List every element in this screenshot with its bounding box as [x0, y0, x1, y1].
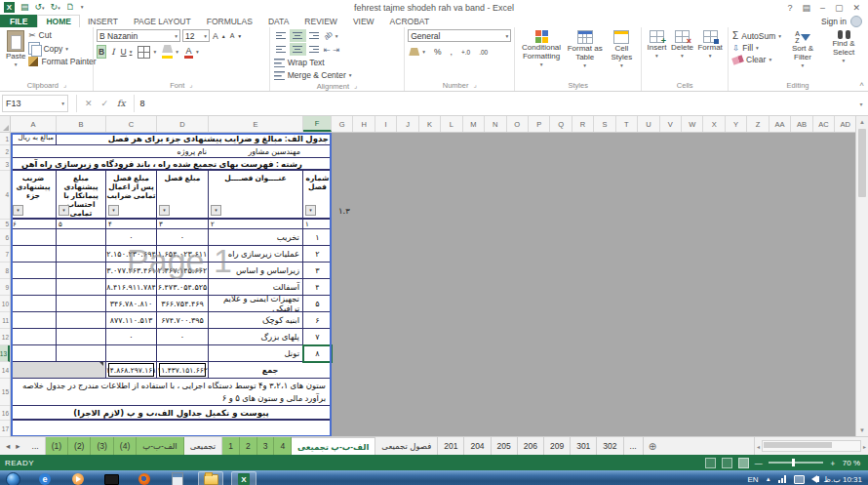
column-header-R[interactable]: R: [572, 116, 594, 132]
sheet-tab-13[interactable]: 201: [438, 437, 464, 455]
sheet-tab-15[interactable]: 205: [492, 437, 518, 455]
font-dialog-launcher[interactable]: ⌟: [189, 81, 192, 89]
cell-total-label[interactable]: جمع: [209, 362, 332, 379]
row-header-7[interactable]: 7: [0, 246, 10, 263]
filter-button-amount[interactable]: ▾: [159, 205, 170, 216]
cell-after-۱[interactable]: ۰: [106, 229, 157, 246]
page-break-preview-button[interactable]: [738, 458, 749, 468]
minimize-button[interactable]: –: [820, 3, 825, 13]
filter-button-title[interactable]: ▾: [211, 205, 221, 216]
cell-empty-row[interactable]: [11, 421, 332, 436]
column-header-I[interactable]: I: [375, 116, 397, 132]
cell-amount-۳[interactable]: ۲.۳۶۷.۱۴۵.۶۶۲: [157, 263, 209, 279]
cell-unit[interactable]: مبالغ به ریال: [11, 133, 57, 145]
cell-coef-۸[interactable]: [11, 345, 57, 362]
cell-coef-۳[interactable]: [11, 263, 57, 279]
sheet-tab-1[interactable]: (1): [46, 437, 68, 455]
column-header-D[interactable]: D: [157, 116, 209, 132]
cell-note1[interactable]: ستون های ۳،۲،۱ و۴ توسط دستگاه اجرایی ، ب…: [11, 379, 332, 406]
taskbar-media-player[interactable]: [65, 471, 91, 485]
column-header-C[interactable]: C: [106, 116, 157, 132]
cell-no-۵[interactable]: ۵: [303, 296, 332, 312]
taskbar-ie[interactable]: e: [32, 471, 58, 485]
cell-title-۶[interactable]: ابنیه کوچک: [209, 312, 303, 329]
sheet-tab-6[interactable]: تجمیعی: [184, 437, 223, 455]
clipboard-dialog-launcher[interactable]: ⌟: [63, 81, 66, 89]
taskbar-explorer[interactable]: [198, 471, 223, 485]
cell-no-۴[interactable]: ۴: [303, 279, 332, 296]
start-button[interactable]: [6, 472, 20, 485]
customize-qat-button[interactable]: ▾: [81, 2, 84, 13]
cell-amount-۷[interactable]: ۰: [157, 329, 209, 345]
sheet-nav-right-icon[interactable]: ▸: [16, 441, 20, 451]
cell-title-۷[interactable]: پلهای بزرگ: [209, 329, 303, 345]
row-header-13[interactable]: 13: [0, 345, 10, 362]
column-header-S[interactable]: S: [594, 116, 615, 132]
ribbon-tab-data[interactable]: DATA: [260, 15, 296, 27]
row-header-3[interactable]: 3: [0, 158, 10, 171]
col-number-2[interactable]: ۲: [209, 220, 303, 229]
hidden-icons-arrow[interactable]: ▲: [766, 476, 771, 482]
scroll-up-arrow[interactable]: ▲: [856, 116, 868, 128]
alignment-dialog-launcher[interactable]: ⌟: [354, 82, 357, 90]
row-header-10[interactable]: 10: [0, 296, 10, 312]
ribbon-tab-view[interactable]: VIEW: [345, 15, 382, 27]
ribbon-tab-file[interactable]: FILE: [0, 15, 37, 27]
horizontal-scroll-thumb[interactable]: [764, 442, 832, 448]
expand-formula-bar-button[interactable]: ▾: [854, 92, 868, 115]
cell-after-۴[interactable]: ۸.۴۱۶.۹۱۱.۷۸۴: [106, 279, 157, 296]
column-header-E[interactable]: E: [209, 116, 303, 132]
taskbar-firefox[interactable]: [132, 471, 157, 485]
cell-total-blank[interactable]: [11, 362, 106, 379]
format-painter-button[interactable]: Format Painter: [27, 56, 97, 67]
select-all-corner[interactable]: [0, 116, 11, 132]
italic-button[interactable]: I: [110, 46, 115, 58]
decrease-indent-button[interactable]: ⇤: [323, 44, 332, 56]
cell-proposal-۷[interactable]: [57, 329, 106, 345]
column-header-M[interactable]: M: [463, 116, 485, 132]
cell-project-row[interactable]: مهندسین مشاورنام پروژه: [11, 145, 332, 158]
restore-button[interactable]: ▢: [835, 3, 844, 13]
header-amount[interactable]: مبلغ فصل▾: [157, 171, 209, 220]
account-avatar[interactable]: [850, 16, 862, 27]
language-indicator[interactable]: EN: [748, 475, 759, 484]
cell-proposal-۸[interactable]: [57, 345, 106, 362]
font-size-select[interactable]: 12▾: [182, 29, 210, 42]
column-header-W[interactable]: W: [682, 116, 703, 132]
sheet-tab-12[interactable]: فصول تجمیعی: [375, 437, 438, 455]
col-number-4[interactable]: ۴: [106, 220, 157, 229]
power-icon[interactable]: [794, 475, 805, 484]
column-header-Q[interactable]: Q: [550, 116, 572, 132]
cell-styles-button[interactable]: Cell Styles▾: [606, 29, 639, 79]
accounting-format-button[interactable]: ▾: [408, 47, 426, 57]
column-header-X[interactable]: X: [703, 116, 725, 132]
cell-coef-۵[interactable]: [11, 296, 57, 312]
header-coef[interactable]: ضریب پیشنهادی جزء▾: [11, 171, 57, 220]
scroll-down-arrow[interactable]: ▼: [856, 424, 868, 436]
row-header-6[interactable]: 6: [0, 229, 10, 246]
filter-button-coef[interactable]: ▾: [13, 205, 23, 216]
col-number-1[interactable]: ۱: [303, 220, 332, 229]
volume-icon[interactable]: [811, 475, 817, 483]
column-header-AD[interactable]: AD: [835, 116, 855, 132]
normal-view-button[interactable]: [705, 458, 716, 468]
increase-indent-button[interactable]: ⇥: [332, 44, 340, 56]
cut-button[interactable]: ✂Cut: [27, 29, 97, 41]
cell-proposal-۲[interactable]: [57, 246, 106, 263]
bold-button[interactable]: B: [97, 45, 106, 59]
number-format-select[interactable]: General▾: [408, 29, 511, 42]
help-button[interactable]: ?: [787, 3, 792, 13]
row-header-1[interactable]: 1: [0, 133, 10, 145]
cell-no-۷[interactable]: ۷: [303, 329, 332, 345]
close-button[interactable]: ✕: [852, 3, 860, 13]
cell-after-۸[interactable]: [106, 345, 157, 362]
save-button[interactable]: ▤: [20, 2, 29, 13]
column-header-A[interactable]: A: [11, 116, 57, 132]
sheet-tab-16[interactable]: 206: [518, 437, 544, 455]
taskbar-clock[interactable]: 10:31 ب.ظ: [824, 475, 862, 484]
sort-filter-button[interactable]: AZ Sort & Filter▾: [782, 29, 823, 79]
zoom-slider[interactable]: [769, 462, 823, 464]
zoom-slider-thumb[interactable]: [792, 459, 795, 466]
sheet-tab-3[interactable]: (3): [91, 437, 113, 455]
sheet-nav-left-icon[interactable]: ◂: [6, 441, 10, 451]
